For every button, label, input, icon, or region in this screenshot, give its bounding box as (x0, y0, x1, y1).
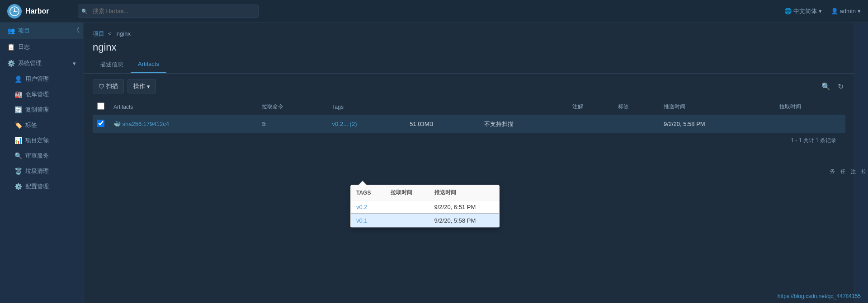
audit-icon: 🔍 (14, 152, 22, 159)
sidebar-item-logs[interactable]: 📋 日志 (0, 39, 83, 55)
scan-button[interactable]: 🛡 扫描 (93, 79, 124, 93)
tooltip-col-pull-time: 拉取时间 (385, 185, 429, 200)
artifacts-table: Artifacts 拉取命令 Tags 注解 标签 推送时间 拉取时间 (93, 99, 845, 133)
tab-artifacts[interactable]: Artifacts (131, 57, 166, 73)
sidebar-label-logs: 日志 (18, 43, 30, 51)
trash-icon: 🗑️ (14, 168, 22, 175)
logo-icon (7, 4, 22, 19)
tooltip-col-push-time: 推送时间 (429, 185, 500, 200)
search-bar[interactable] (78, 5, 259, 18)
app-logo[interactable]: Harbor (7, 4, 71, 19)
lang-chevron-icon: ▾ (819, 8, 822, 14)
artifact-cell: 🐳 sha256:179412c4 (109, 115, 257, 133)
col-pull-time: 拉取时间 (775, 99, 845, 115)
main-content: 项目 < nginx nginx 描述信息 Artifacts 🛡 扫描 操作 … (84, 23, 854, 303)
artifact-link[interactable]: 🐳 sha256:179412c4 (113, 121, 169, 127)
sidebar-item-warehouse[interactable]: 🏭 仓库管理 (0, 87, 83, 102)
sidebar-label-audit: 审查服务 (25, 152, 49, 160)
push-time-cell: 9/2/20, 5:58 PM (659, 115, 775, 133)
size-cell: 51.03MB (405, 115, 480, 133)
table-refresh-button[interactable]: ↻ (836, 80, 845, 93)
right-strip-item-1[interactable]: 拉 (859, 163, 868, 167)
app-title: Harbor (25, 7, 49, 15)
artifact-img-icon: 🐳 (113, 121, 121, 127)
row-checkbox[interactable] (97, 120, 104, 127)
system-chevron-icon: ▾ (73, 60, 76, 67)
pull-command-cell: ⧉ (257, 115, 328, 133)
col-labels: 标签 (613, 99, 659, 115)
projects-icon: 👥 (7, 27, 14, 34)
col-size (405, 99, 480, 115)
user-icon: 👤 (831, 8, 838, 14)
sidebar-item-config[interactable]: ⚙️ 配置管理 (0, 179, 83, 194)
action-button[interactable]: 操作 ▾ (127, 79, 156, 93)
sidebar-item-quota[interactable]: 📊 项目定额 (0, 133, 83, 148)
sidebar-item-labels[interactable]: 🏷️ 标签 (0, 117, 83, 133)
col-artifacts: Artifacts (109, 99, 257, 115)
nav-right: 🌐 中文简体 ▾ 👤 admin ▾ (784, 7, 861, 15)
table-row: 🐳 sha256:179412c4 ⧉ v0.2... (2) 51.03MB … (93, 115, 845, 133)
right-strip: 拉 注 任 务 (854, 23, 868, 303)
logs-icon: 📋 (7, 43, 14, 51)
breadcrumb-current: nginx (117, 30, 131, 37)
sidebar-label-warehouse: 仓库管理 (25, 90, 49, 98)
language-selector[interactable]: 🌐 中文简体 ▾ (784, 7, 822, 15)
replication-icon: 🔄 (14, 106, 22, 113)
sidebar-label-config: 配置管理 (25, 182, 49, 191)
annotation-cell (568, 115, 613, 133)
sidebar-label-system: 系统管理 (18, 59, 42, 67)
footer-url: https://blog.csdn.net/qq_44784155 (778, 293, 861, 299)
col-vuln (480, 99, 568, 115)
toolbar-right-icons: 🔍 ↻ (820, 80, 845, 93)
page-title: nginx (84, 40, 854, 57)
tooltip-push-v01: 9/2/20, 5:58 PM (429, 214, 500, 228)
search-input[interactable] (78, 5, 259, 18)
breadcrumb: 项目 < nginx (84, 23, 854, 40)
sidebar-collapse-button[interactable]: 《 (73, 26, 80, 34)
tab-summary[interactable]: 描述信息 (93, 57, 131, 73)
username-label: admin (840, 8, 856, 14)
user-chevron-icon: ▾ (858, 8, 861, 14)
sidebar-item-users[interactable]: 👤 用户管理 (0, 71, 83, 87)
tooltip-table: TAGS 拉取时间 推送时间 v0.2 9/2/20, 6:51 PM v0.1 (351, 185, 499, 228)
action-chevron-icon: ▾ (147, 83, 150, 90)
scan-icon: 🛡 (99, 83, 104, 90)
tab-bar: 描述信息 Artifacts (84, 57, 854, 74)
toolbar: 🛡 扫描 操作 ▾ 🔍 ↻ (84, 74, 854, 99)
warehouse-icon: 🏭 (14, 91, 22, 98)
breadcrumb-parent[interactable]: 项目 (93, 30, 104, 37)
tooltip-tag-v01[interactable]: v0.1 (351, 214, 385, 228)
user-menu[interactable]: 👤 admin ▾ (831, 8, 861, 14)
sidebar-label-replication: 复制管理 (25, 106, 49, 114)
table-search-button[interactable]: 🔍 (820, 80, 832, 93)
sidebar-label-users: 用户管理 (25, 75, 49, 83)
labels-icon: 🏷️ (14, 121, 22, 129)
tags-link[interactable]: v0.2... (2) (332, 121, 357, 127)
labels-cell (613, 115, 659, 133)
tooltip-col-tags: TAGS (351, 185, 385, 200)
col-tags: Tags (328, 99, 406, 115)
select-all-checkbox[interactable] (97, 103, 104, 110)
col-push-time: 推送时间 (659, 99, 775, 115)
sidebar-item-trash[interactable]: 🗑️ 垃圾清理 (0, 163, 83, 179)
quota-icon: 📊 (14, 137, 22, 144)
copy-icon[interactable]: ⧉ (262, 121, 266, 127)
sidebar-item-projects[interactable]: 👥 项目 (0, 23, 83, 39)
sidebar-item-system[interactable]: ⚙️ 系统管理 ▾ (0, 55, 83, 71)
tooltip-row-v02: v0.2 9/2/20, 6:51 PM (351, 200, 499, 214)
system-icon: ⚙️ (7, 60, 14, 67)
sidebar-item-replication[interactable]: 🔄 复制管理 (0, 102, 83, 117)
tooltip-row-v01: v0.1 9/2/20, 5:58 PM (351, 214, 499, 228)
breadcrumb-separator: < (108, 30, 113, 37)
table-body: 🐳 sha256:179412c4 ⧉ v0.2... (2) 51.03MB … (93, 115, 845, 133)
globe-icon: 🌐 (784, 8, 792, 14)
pagination: 1 - 1 共计 1 条记录 (93, 133, 845, 148)
tooltip-tag-v02[interactable]: v0.2 (351, 200, 385, 214)
sidebar-item-audit[interactable]: 🔍 审查服务 (0, 148, 83, 163)
top-navigation: Harbor 🌐 中文简体 ▾ 👤 admin ▾ (0, 0, 868, 23)
tooltip-pull-v01 (385, 214, 429, 228)
tags-tooltip: TAGS 拉取时间 推送时间 v0.2 9/2/20, 6:51 PM v0.1 (350, 185, 500, 228)
tooltip-pull-v02 (385, 200, 429, 214)
users-icon: 👤 (14, 75, 22, 83)
sidebar-label-trash: 垃圾清理 (25, 167, 49, 175)
